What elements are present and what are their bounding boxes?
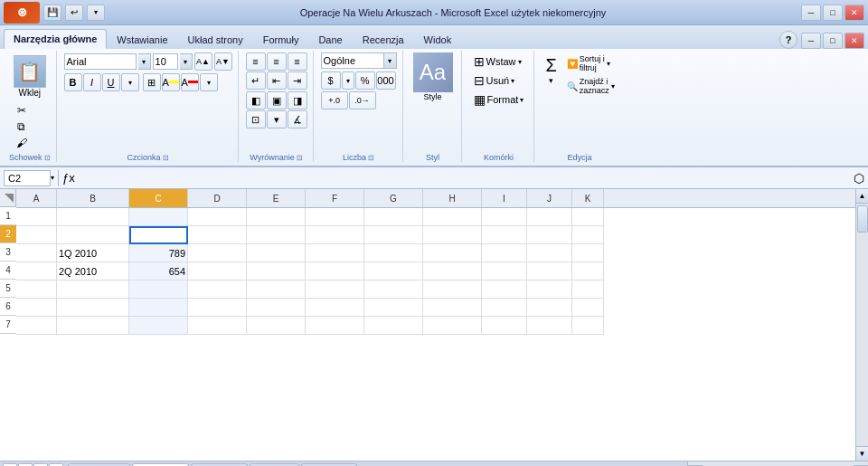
indent-left-btn[interactable]: ⇤ [267,71,287,90]
cell-J1[interactable] [527,208,572,226]
cell-F1[interactable] [306,208,364,226]
tab-wstawianie[interactable]: Wstawianie [107,29,177,49]
font-shrink-button[interactable]: A▼ [214,52,232,71]
font-grow-button[interactable]: A▲ [194,52,212,71]
styl-label[interactable]: Styl [426,153,439,162]
col-header-D[interactable]: D [188,189,247,207]
cell-A1[interactable] [16,208,57,226]
vertical-scrollbar[interactable]: ▲ ▼ [855,189,868,461]
sort-filter-button[interactable]: 🔽 Sortuj i filtruj ▾ [564,52,618,74]
align-top-right-btn[interactable]: ≡ [288,52,307,71]
cell-D6[interactable] [188,299,247,317]
cell-A2[interactable] [16,226,57,244]
delete-cells-button[interactable]: ⊟ Usuń ▾ [469,71,529,90]
indent-right-btn[interactable]: ⇥ [288,71,307,90]
cell-D3[interactable] [188,244,247,262]
cell-J4[interactable] [527,262,572,281]
insert-cells-button[interactable]: ⊞ Wstaw ▾ [469,52,529,71]
cell-A5[interactable] [16,281,57,299]
cell-reference-box[interactable]: C2 [4,170,51,186]
align-center-btn[interactable]: ▣ [267,91,287,109]
formula-input[interactable] [79,170,850,186]
format-cells-button[interactable]: ▦ Format ▾ [469,90,529,109]
cell-F2[interactable] [306,226,364,244]
cell-E7[interactable] [247,317,306,335]
col-header-I[interactable]: I [482,189,527,207]
col-header-J[interactable]: J [527,189,572,207]
cell-G5[interactable] [364,281,423,299]
tab-uklad-strony[interactable]: Układ strony [178,29,253,49]
cut-button[interactable]: ✂ [11,102,33,119]
row-6[interactable]: 6 [0,298,16,316]
cell-C3[interactable]: 789 [129,244,188,262]
align-merge-arrow[interactable]: ▾ [267,110,287,128]
col-header-C[interactable]: C [129,189,188,207]
ribbon-minimize-button[interactable]: ─ [801,33,821,49]
increase-decimal-button[interactable]: +.0 [321,91,348,109]
close-button[interactable]: ✕ [844,5,864,21]
cell-B7[interactable] [57,317,129,335]
cell-J3[interactable] [527,244,572,262]
col-header-G[interactable]: G [364,189,423,207]
wrap-text-btn[interactable]: ↵ [246,71,266,90]
cell-A4[interactable] [16,262,57,281]
cell-G6[interactable] [364,299,423,317]
cell-J5[interactable] [527,281,572,299]
find-select-button[interactable]: 🔍 Znajdź i zaznacz ▾ [564,75,618,97]
col-header-B[interactable]: B [57,189,129,207]
help-button[interactable]: ? [779,31,797,49]
cell-J7[interactable] [527,317,572,335]
cell-I4[interactable] [482,262,527,281]
align-right-btn[interactable]: ◨ [288,91,307,109]
font-size-arrow[interactable]: ▾ [180,53,193,70]
align-left-btn[interactable]: ◧ [246,91,266,109]
cell-A7[interactable] [16,317,57,335]
font-color-arrow[interactable]: ▾ [200,73,218,91]
select-all-icon[interactable] [0,189,16,207]
quick-dropdown-btn[interactable]: ▾ [87,5,105,21]
copy-button[interactable]: ⧉ [11,119,33,135]
cell-H4[interactable] [423,262,482,281]
angle-text-btn[interactable]: ∡ [288,110,307,128]
cell-B5[interactable] [57,281,129,299]
underline-button[interactable]: U [102,73,120,91]
cell-C4[interactable]: 654 [129,262,188,281]
cell-C5[interactable] [129,281,188,299]
currency-arrow[interactable]: ▾ [342,71,354,90]
czcionka-label[interactable]: Czcionka ⊡ [127,153,169,162]
cell-H5[interactable] [423,281,482,299]
cell-I7[interactable] [482,317,527,335]
cell-G1[interactable] [364,208,423,226]
cell-C1[interactable] [129,208,188,226]
cell-B2[interactable] [57,226,129,244]
row-2[interactable]: 2 [0,225,16,243]
border-button[interactable]: ⊞ [143,73,161,91]
scroll-up-btn[interactable]: ▲ [856,189,868,204]
style-preview[interactable]: Aa [413,52,453,92]
scroll-down-btn[interactable]: ▼ [856,446,868,461]
font-name-select[interactable]: Arial [64,53,137,70]
tab-recenzja[interactable]: Recenzja [353,29,414,49]
minimize-button[interactable]: ─ [801,5,821,21]
font-name-arrow[interactable]: ▾ [138,53,151,70]
cell-C7[interactable] [129,317,188,335]
format-painter-button[interactable]: 🖌 [11,135,33,151]
cell-G3[interactable] [364,244,423,262]
merge-btn[interactable]: ⊡ [246,110,266,128]
col-header-E[interactable]: E [247,189,306,207]
row-1[interactable]: 1 [0,207,16,225]
cell-A6[interactable] [16,299,57,317]
fill-color-button[interactable]: A [162,73,180,91]
cell-H2[interactable] [423,226,482,244]
col-header-K[interactable]: K [572,189,604,207]
cell-C2[interactable] [129,226,188,244]
cell-E4[interactable] [247,262,306,281]
row-3[interactable]: 3 [0,243,16,262]
font-size-select[interactable]: 10 [153,53,178,70]
cell-D7[interactable] [188,317,247,335]
paste-button[interactable]: 📋 Wklej [11,52,49,100]
cell-J2[interactable] [527,226,572,244]
scroll-track[interactable] [856,204,868,446]
cell-A3[interactable] [16,244,57,262]
cell-D4[interactable] [188,262,247,281]
